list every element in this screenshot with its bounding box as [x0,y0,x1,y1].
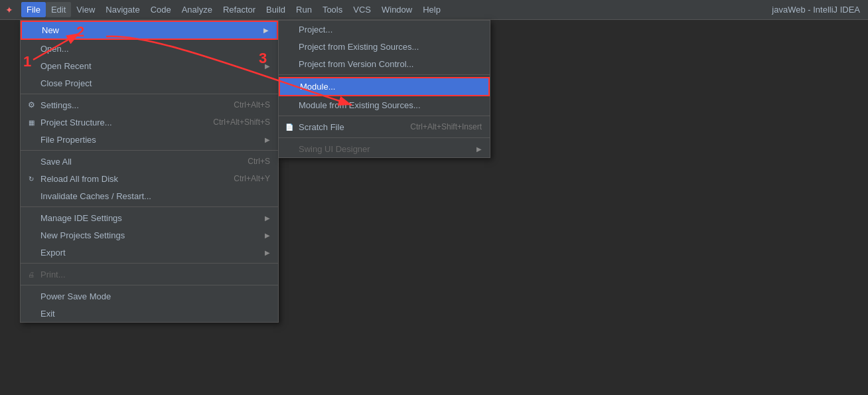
menu-close-project[interactable]: Close Project [21,74,278,92]
menu-code[interactable]: Code [145,2,177,17]
window-title: javaWeb - IntelliJ IDEA [772,5,865,15]
menu-new[interactable]: New ▶ [21,21,278,40]
separator-2 [21,150,278,151]
new-projects-arrow: ▶ [265,232,270,239]
menu-new-projects[interactable]: New Projects Settings ▶ [21,226,278,244]
menu-view[interactable]: View [71,2,100,17]
manage-ide-label: Manage IDE Settings [40,213,259,223]
invalidate-label: Invalidate Caches / Restart... [40,191,270,201]
manage-ide-arrow: ▶ [265,214,270,222]
menu-reload[interactable]: ↻ Reload All from Disk Ctrl+Alt+Y [21,170,278,187]
menu-edit[interactable]: Edit [46,2,71,17]
menu-exit[interactable]: Exit [21,305,278,322]
submenu-separator-1 [279,74,490,75]
open-recent-arrow: ▶ [265,62,270,70]
submenu-project-vcs[interactable]: Project from Version Control... [279,55,490,72]
settings-shortcut: Ctrl+Alt+S [234,100,270,110]
separator-4 [21,263,278,264]
menu-window[interactable]: Window [376,2,417,17]
project-label: Project... [299,25,482,35]
menu-open[interactable]: Open... [21,40,278,57]
swing-arrow: ▶ [476,145,482,153]
module-label: Module... [300,82,480,92]
new-projects-label: New Projects Settings [40,230,259,240]
reload-icon: ↻ [26,173,36,184]
submenu-module-existing[interactable]: Module from Existing Sources... [279,96,490,114]
swing-label: Swing UI Designer [299,144,471,154]
menu-project-structure[interactable]: ▦ Project Structure... Ctrl+Alt+Shift+S [21,114,278,131]
settings-icon: ⚙ [26,100,36,110]
project-vcs-label: Project from Version Control... [299,59,482,69]
scratch-shortcut: Ctrl+Alt+Shift+Insert [410,122,482,131]
project-structure-shortcut: Ctrl+Alt+Shift+S [213,118,270,127]
menu-export[interactable]: Export ▶ [21,244,278,261]
separator-1 [21,94,278,94]
menu-manage-ide[interactable]: Manage IDE Settings ▶ [21,209,278,226]
reload-shortcut: Ctrl+Alt+Y [234,174,270,183]
menu-analyze[interactable]: Analyze [177,2,218,17]
project-structure-label: Project Structure... [40,118,200,127]
scratch-label: Scratch File [299,122,397,132]
separator-3 [21,206,278,207]
menu-file[interactable]: File [21,2,46,17]
project-existing-label: Project from Existing Sources... [299,42,482,52]
export-label: Export [40,248,259,258]
submenu-swing: Swing UI Designer ▶ [279,140,490,157]
submenu-separator-2 [279,116,490,116]
print-icon: 🖨 [26,269,36,279]
file-properties-arrow: ▶ [265,136,270,143]
menu-save-all[interactable]: Save All Ctrl+S [21,153,278,170]
menu-run[interactable]: Run [291,2,317,17]
project-structure-icon: ▦ [26,117,36,127]
menu-build[interactable]: Build [261,2,291,17]
submenu-separator-3 [279,137,490,138]
menu-file-properties[interactable]: File Properties ▶ [21,131,278,148]
submenu-project-existing[interactable]: Project from Existing Sources... [279,38,490,55]
settings-label: Settings... [40,100,220,110]
save-all-shortcut: Ctrl+S [248,157,270,166]
menu-navigate[interactable]: Navigate [100,2,145,17]
menu-settings[interactable]: ⚙ Settings... Ctrl+Alt+S [21,96,278,114]
menu-bar: ✦ File Edit View Navigate Code Analyze R… [0,0,868,20]
menu-invalidate[interactable]: Invalidate Caches / Restart... [21,187,278,204]
menu-print: 🖨 Print... [21,266,278,283]
new-arrow: ▶ [263,27,269,34]
file-properties-label: File Properties [40,135,259,145]
module-existing-label: Module from Existing Sources... [299,100,482,110]
save-all-label: Save All [40,157,234,167]
open-label: Open... [40,44,270,54]
menu-power-save[interactable]: Power Save Mode [21,287,278,305]
menu-help[interactable]: Help [417,2,446,17]
submenu-scratch[interactable]: 📄 Scratch File Ctrl+Alt+Shift+Insert [279,118,490,135]
menu-refactor[interactable]: Refactor [218,2,261,17]
print-label: Print... [40,270,270,279]
power-save-label: Power Save Mode [40,291,270,301]
new-label: New [42,25,258,35]
menu-tools[interactable]: Tools [317,2,348,17]
open-recent-label: Open Recent [40,61,259,71]
menu-vcs[interactable]: VCS [348,2,376,17]
scratch-icon: 📄 [284,121,295,132]
separator-5 [21,285,278,285]
exit-label: Exit [40,309,270,319]
submenu-project[interactable]: Project... [279,21,490,38]
app-icon: ✦ [3,3,16,17]
menu-open-recent[interactable]: Open Recent ▶ [21,57,278,74]
close-project-label: Close Project [40,78,270,88]
submenu-module[interactable]: Module... [279,77,490,96]
reload-label: Reload All from Disk [40,174,220,184]
export-arrow: ▶ [265,249,270,256]
file-dropdown: New ▶ Open... Open Recent ▶ Close Projec… [20,20,279,323]
new-submenu: Project... Project from Existing Sources… [278,20,490,158]
